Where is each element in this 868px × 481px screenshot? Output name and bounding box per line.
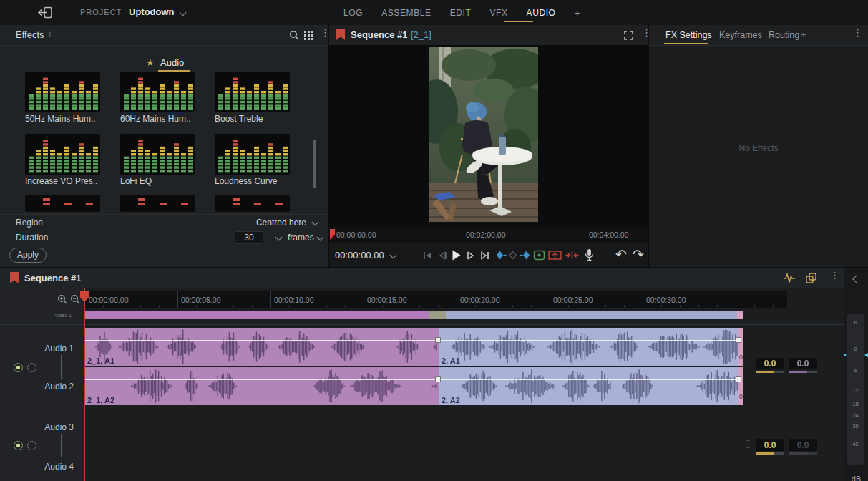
effect-tile-boost-treble[interactable]: [215, 72, 290, 112]
region-label: Region: [16, 218, 43, 228]
exit-project-icon[interactable]: [37, 6, 53, 19]
timeline-menu-icon[interactable]: ⋮: [830, 273, 839, 277]
playhead-line[interactable]: [84, 288, 85, 481]
project-chevron-down-icon[interactable]: [180, 9, 187, 16]
gain-value-a3[interactable]: 0.0: [756, 439, 784, 451]
effects-menu-icon[interactable]: ⋮: [321, 31, 328, 34]
search-icon[interactable]: [289, 30, 299, 40]
step-back-button[interactable]: [437, 251, 448, 261]
clip-label: 2_1, A1: [87, 356, 114, 365]
track-label-audio2[interactable]: Audio 2: [29, 382, 74, 392]
mark-in-button[interactable]: [495, 250, 507, 261]
redo-button[interactable]: ↷: [633, 246, 644, 263]
effect-tile-lofi-eq[interactable]: [120, 134, 195, 175]
duration-unit-chevron-down-icon[interactable]: [317, 234, 324, 241]
track-label-audio1[interactable]: Audio 1: [29, 344, 74, 354]
tab-edit[interactable]: EDIT: [450, 8, 472, 18]
play-button[interactable]: [451, 249, 462, 261]
apply-button[interactable]: Apply: [9, 248, 47, 263]
video-clip-transition[interactable]: [429, 311, 446, 319]
volume-node[interactable]: [435, 376, 441, 382]
keyframe-diamond-icon[interactable]: [508, 251, 517, 260]
gain-value-a2[interactable]: 0.0: [789, 358, 817, 369]
track-monitor-radio-pair1[interactable]: [27, 363, 36, 372]
zoom-out-icon[interactable]: [70, 294, 80, 304]
viewer-menu-icon[interactable]: ⋮: [642, 31, 648, 34]
copy-clips-icon[interactable]: [806, 273, 816, 283]
fx-menu-icon[interactable]: ⋮: [853, 31, 862, 34]
jump-to-start-button[interactable]: [422, 251, 434, 261]
grid-view-icon[interactable]: [304, 31, 313, 40]
region-select[interactable]: Centred here: [256, 218, 306, 228]
effect-tile-60hz[interactable]: [120, 72, 195, 112]
track-arm-radio-pair2[interactable]: [14, 441, 23, 450]
audio1-clip-edge[interactable]: 0: [738, 328, 743, 366]
effect-tile-partial[interactable]: [215, 195, 290, 212]
effect-tile-partial[interactable]: [25, 195, 100, 212]
fullscreen-icon[interactable]: [624, 31, 633, 40]
audio1-clip1[interactable]: 2_1, A1: [84, 328, 439, 366]
favorites-star-icon[interactable]: ★: [146, 57, 155, 68]
gain-stepper[interactable]: +−: [746, 356, 750, 369]
audio2-clip-edge[interactable]: 0: [738, 367, 743, 405]
gain-value-a1[interactable]: 0.0: [756, 358, 784, 369]
timecode-chevron-down-icon[interactable]: [390, 252, 397, 259]
auto-sync-button[interactable]: [533, 250, 545, 261]
effect-tile-partial[interactable]: [120, 195, 195, 212]
mark-out-button[interactable]: [519, 250, 531, 261]
undo-button[interactable]: ↶: [615, 246, 627, 263]
project-name[interactable]: Uptodown: [129, 6, 175, 17]
voiceover-mic-button[interactable]: [584, 248, 595, 261]
current-timecode[interactable]: 00:00:00.00: [335, 250, 384, 261]
video-clip-edge[interactable]: [737, 311, 743, 319]
effect-label: Increase VO Pres..: [25, 176, 109, 186]
volume-node[interactable]: [736, 376, 741, 382]
video-clip-segment-1[interactable]: [84, 311, 429, 319]
track-label-audio3[interactable]: Audio 3: [29, 422, 74, 432]
waveform-toggle-icon[interactable]: [783, 273, 796, 283]
add-effect-tab-button[interactable]: +: [47, 29, 53, 39]
meter-marker-right-icon[interactable]: [864, 352, 868, 358]
step-forward-button[interactable]: [465, 251, 477, 261]
duration-unit-select[interactable]: frames: [288, 233, 314, 243]
viewer-playhead-icon[interactable]: [330, 229, 335, 240]
gain-stepper[interactable]: +−: [746, 438, 750, 451]
viewer-timeline-ruler[interactable]: 00:00:00.00 00:02:00.00 00:04:00.00: [329, 227, 648, 243]
audio2-volume-line[interactable]: [84, 379, 738, 380]
tab-fx-settings[interactable]: FX Settings: [665, 30, 712, 40]
track-label-audio4[interactable]: Audio 4: [29, 462, 74, 472]
tab-audio[interactable]: AUDIO: [527, 8, 556, 18]
region-chevron-down-icon[interactable]: [312, 219, 319, 226]
tab-routing[interactable]: Routing: [769, 30, 799, 40]
audio1-clip2[interactable]: 2, A1: [439, 328, 738, 366]
jump-to-end-button[interactable]: [479, 251, 491, 261]
timeline-header: Sequence #1 ⋮: [0, 268, 844, 288]
category-tab-audio[interactable]: Audio: [160, 57, 184, 68]
volume-node[interactable]: [435, 337, 441, 343]
tab-vfx[interactable]: VFX: [489, 8, 507, 18]
track-monitor-radio-pair2[interactable]: [27, 441, 36, 450]
collapse-panel-icon[interactable]: [852, 275, 860, 283]
effect-tile-increase-vo[interactable]: [25, 134, 100, 175]
volume-node[interactable]: [736, 337, 741, 343]
tab-log[interactable]: LOG: [343, 8, 363, 18]
effect-tile-loudness-curve[interactable]: [215, 134, 290, 175]
audio2-clip2[interactable]: 2, A2: [439, 367, 738, 405]
video-clip-segment-2[interactable]: [446, 311, 737, 319]
track-arm-radio-pair1[interactable]: [14, 363, 23, 372]
effects-scrollbar[interactable]: [313, 140, 316, 188]
audio2-clip1[interactable]: 2_1, A2: [84, 367, 439, 405]
effect-tile-50hz[interactable]: [25, 72, 100, 112]
add-room-tab-button[interactable]: +: [575, 7, 581, 19]
meter-column: 6 0 6 12 18 24 30 42 dB: [844, 268, 868, 481]
audio1-volume-line[interactable]: [84, 340, 738, 341]
duration-chevron-down-icon[interactable]: [275, 234, 283, 241]
add-fx-tab-button[interactable]: +: [801, 29, 806, 40]
gain-value-a4[interactable]: 0.0: [789, 439, 817, 451]
tab-assemble[interactable]: ASSEMBLE: [381, 8, 431, 18]
tab-keyframes[interactable]: Keyframes: [719, 30, 762, 40]
insert-edit-button[interactable]: [548, 250, 562, 261]
replace-edit-button[interactable]: [565, 250, 579, 261]
duration-value-input[interactable]: 30: [235, 231, 263, 244]
zoom-in-icon[interactable]: [57, 294, 67, 304]
